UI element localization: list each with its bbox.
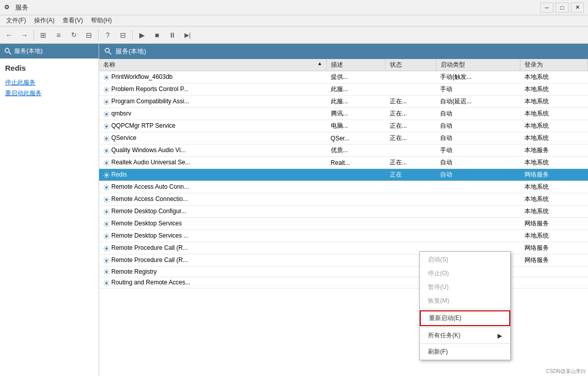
gear-icon: [103, 280, 110, 286]
svg-point-20: [105, 271, 108, 273]
restart-service-link[interactable]: 重启动此服务: [5, 89, 94, 98]
table-row[interactable]: Problem Reports Control P... 此服... 手动 本地…: [99, 83, 588, 96]
gear-icon: [103, 111, 110, 118]
menu-view[interactable]: 查看(V): [58, 15, 87, 26]
service-startup: 手动(触发...: [436, 71, 520, 83]
ctx-all-tasks[interactable]: 所有任务(K) ▶: [420, 329, 510, 342]
ctx-refresh[interactable]: 刷新(F): [420, 345, 510, 359]
svg-point-21: [105, 282, 108, 284]
table-row[interactable]: Remote Desktop Services 网络服务: [99, 218, 588, 230]
table-row[interactable]: Remote Desktop Configur... 本地系统: [99, 206, 588, 218]
col-header-desc[interactable]: 描述: [327, 59, 386, 71]
table-row[interactable]: Routing and Remote Acces...: [99, 277, 588, 288]
menu-help[interactable]: 帮助(H): [87, 15, 116, 26]
service-status: [386, 144, 436, 157]
table-row[interactable]: Remote Desktop Services ... 本地系统: [99, 230, 588, 242]
service-startup: 自动(延迟...: [436, 96, 520, 108]
tb-collapse[interactable]: ⊟: [116, 28, 130, 42]
service-startup: 自动: [436, 169, 520, 181]
service-status: [386, 193, 436, 206]
gear-icon: [103, 269, 110, 275]
tb-show-hide[interactable]: ⊞: [36, 28, 50, 42]
tb-export[interactable]: ⊟: [82, 28, 96, 42]
gear-icon: [103, 148, 110, 154]
service-desc: 此服...: [327, 96, 386, 108]
service-name: Remote Desktop Services ...: [99, 230, 327, 242]
svg-point-11: [105, 162, 108, 164]
close-button[interactable]: ✕: [571, 3, 584, 13]
tb-forward[interactable]: →: [17, 28, 32, 42]
tb-list[interactable]: ≡: [51, 28, 66, 42]
service-login: 本地系统: [520, 181, 588, 193]
service-login: [520, 267, 588, 277]
table-row[interactable]: Quality Windows Audio Vi... 优质... 手动 本地服…: [99, 144, 588, 157]
service-status: [386, 181, 436, 193]
service-name: Remote Procedure Call (R...: [99, 254, 327, 267]
tb-play[interactable]: ▶: [135, 28, 149, 42]
tb-refresh[interactable]: ↻: [67, 28, 81, 42]
service-desc: [327, 193, 386, 206]
ctx-pause[interactable]: 暂停(U): [420, 280, 510, 294]
menu-file[interactable]: 文件(F): [2, 15, 30, 26]
service-name: Redis: [99, 169, 327, 181]
service-status: [386, 71, 436, 83]
svg-point-5: [105, 89, 108, 91]
svg-point-15: [105, 211, 108, 213]
tb-pause[interactable]: ⏸: [165, 28, 179, 42]
table-row[interactable]: Realtek Audio Universal Se... Realt... 正…: [99, 157, 588, 169]
col-header-login[interactable]: 登录为: [520, 59, 588, 71]
menu-action[interactable]: 操作(A): [30, 15, 58, 26]
svg-line-1: [9, 52, 12, 54]
table-row[interactable]: Remote Registry: [99, 267, 588, 277]
right-panel: 服务(本地) 名称 ▲ 描述 状态 启动类型 登录为: [99, 44, 588, 376]
service-status: [386, 230, 436, 242]
table-row[interactable]: Program Compatibility Assi... 此服... 正在..…: [99, 96, 588, 108]
table-row[interactable]: qmbsrv 腾讯... 正在... 自动 本地系统: [99, 108, 588, 120]
stop-service-link[interactable]: 停止此服务: [5, 78, 94, 87]
service-login: 本地系统: [520, 132, 588, 144]
submenu-arrow-icon: ▶: [498, 332, 502, 339]
gear-icon: [103, 221, 110, 227]
main-layout: 服务(本地) Redis 停止此服务 重启动此服务 服务(本地) 名称: [0, 44, 588, 376]
col-header-status[interactable]: 状态: [386, 59, 436, 71]
service-desc: [327, 277, 386, 288]
ctx-resume[interactable]: 恢复(M): [420, 294, 510, 308]
tb-back[interactable]: ←: [2, 28, 16, 42]
tb-help[interactable]: ?: [101, 28, 115, 42]
table-row[interactable]: Redis 正在 自动 网络服务: [99, 169, 588, 181]
tb-stop[interactable]: ■: [150, 28, 164, 42]
svg-line-3: [109, 52, 112, 55]
service-login: 本地系统: [520, 71, 588, 83]
ctx-separator-1: [420, 309, 510, 309]
table-row[interactable]: Remote Procedure Call (R... 网络服务: [99, 242, 588, 254]
services-table-wrapper[interactable]: 名称 ▲ 描述 状态 启动类型 登录为 PrintWorkflow_4603db…: [99, 59, 588, 376]
service-desc: [327, 169, 386, 181]
table-row[interactable]: Remote Access Connectio... 本地系统: [99, 193, 588, 206]
service-login: 网络服务: [520, 242, 588, 254]
gear-icon: [103, 245, 110, 252]
gear-icon: [103, 233, 110, 240]
col-header-name[interactable]: 名称 ▲: [99, 59, 327, 71]
tb-resume[interactable]: ▶|: [180, 28, 195, 42]
table-row[interactable]: QQPCMgr RTP Service 电脑... 正在... 自动 本地系统: [99, 120, 588, 132]
ctx-stop[interactable]: 停止(O): [420, 267, 510, 280]
tb-separator-2: [98, 30, 99, 41]
service-startup: 自动: [436, 157, 520, 169]
service-status: 正在...: [386, 108, 436, 120]
table-row[interactable]: QService QSer... 正在... 自动 本地系统: [99, 132, 588, 144]
service-name: Routing and Remote Acces...: [99, 277, 327, 288]
svg-point-17: [105, 235, 108, 238]
table-row[interactable]: Remote Access Auto Conn... 本地系统: [99, 181, 588, 193]
context-menu: 启动(S) 停止(O) 暂停(U) 恢复(M) 重新启动(E) 所有任务(K) …: [419, 251, 511, 360]
left-panel: 服务(本地) Redis 停止此服务 重启动此服务: [0, 44, 99, 376]
table-row[interactable]: PrintWorkflow_4603db 提供... 手动(触发... 本地系统: [99, 71, 588, 83]
ctx-start[interactable]: 启动(S): [420, 253, 510, 267]
col-header-startup[interactable]: 启动类型: [436, 59, 520, 71]
service-login: 网络服务: [520, 254, 588, 267]
table-row[interactable]: Remote Procedure Call (R... 网络服务: [99, 254, 588, 267]
gear-icon: [103, 123, 110, 130]
maximize-button[interactable]: □: [555, 3, 569, 13]
service-startup: [436, 218, 520, 230]
ctx-restart[interactable]: 重新启动(E): [420, 310, 510, 326]
minimize-button[interactable]: ─: [540, 3, 553, 13]
